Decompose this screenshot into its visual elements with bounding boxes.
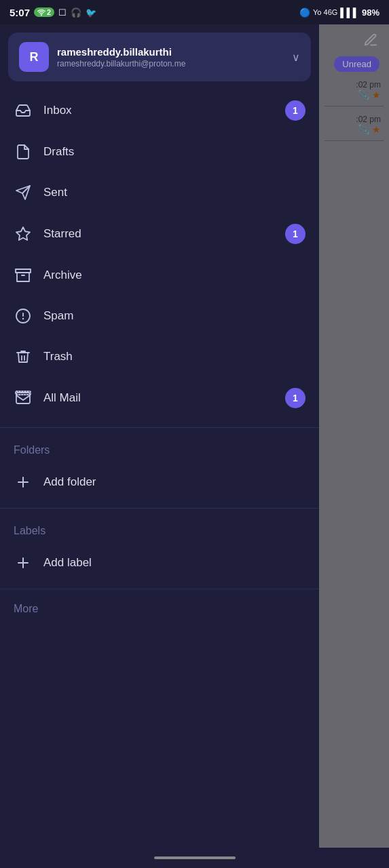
account-info: rameshreddy.billakurthi rameshreddy.bill… bbox=[57, 46, 284, 68]
sidebar-item-inbox[interactable]: Inbox 1 bbox=[0, 90, 319, 132]
drafts-icon bbox=[14, 142, 33, 161]
svg-marker-3 bbox=[16, 227, 30, 240]
inbox-label: Inbox bbox=[43, 104, 274, 117]
allmail-badge: 1 bbox=[285, 388, 305, 408]
right-panel: Unread :02 pm 📎 ★ :02 pm 📎 ★ bbox=[319, 24, 389, 868]
account-section[interactable]: R rameshreddy.billakurthi rameshreddy.bi… bbox=[8, 33, 311, 81]
allmail-icon bbox=[14, 389, 33, 408]
sidebar-item-trash[interactable]: Trash bbox=[0, 336, 319, 377]
chevron-down-icon[interactable]: ∨ bbox=[292, 51, 300, 64]
drafts-label: Drafts bbox=[43, 145, 305, 159]
folders-section-label: Folders bbox=[0, 433, 319, 462]
svg-rect-4 bbox=[16, 269, 31, 273]
starred-label: Starred bbox=[43, 227, 274, 241]
star-icon-1: ★ bbox=[372, 90, 381, 100]
account-email: rameshreddy.billakurthi@proton.me bbox=[57, 59, 284, 68]
sent-icon bbox=[14, 183, 33, 202]
compose-button[interactable] bbox=[363, 33, 378, 51]
attachment-icon-1: 📎 bbox=[358, 90, 369, 100]
email-row-1[interactable]: :02 pm 📎 ★ bbox=[325, 75, 384, 106]
add-folder-label: Add folder bbox=[43, 475, 305, 489]
email-icons-2: 📎 ★ bbox=[358, 124, 381, 135]
signal-icon: ▌▌▌ bbox=[340, 7, 359, 18]
email-icons-1: 📎 ★ bbox=[358, 90, 381, 100]
inbox-icon bbox=[14, 101, 33, 120]
trash-label: Trash bbox=[43, 350, 305, 363]
sidebar-item-drafts[interactable]: Drafts bbox=[0, 132, 319, 172]
svg-point-0 bbox=[41, 15, 42, 16]
account-name: rameshreddy.billakurthi bbox=[57, 46, 284, 58]
starred-icon bbox=[14, 224, 33, 243]
nav-list: Inbox 1 Drafts Sent bbox=[0, 87, 319, 422]
network-icon: Yo 46G bbox=[313, 8, 337, 16]
email-time-1: :02 pm bbox=[356, 80, 381, 90]
twitter-icon: 🐦 bbox=[86, 7, 96, 18]
battery-level: 98% bbox=[362, 7, 379, 18]
add-label-button[interactable]: Add label bbox=[0, 542, 319, 583]
inbox-badge: 1 bbox=[285, 100, 305, 121]
email-row-2[interactable]: :02 pm 📎 ★ bbox=[325, 109, 384, 141]
status-time: 5:07 bbox=[10, 7, 30, 18]
sidebar-item-archive[interactable]: Archive bbox=[0, 255, 319, 296]
right-panel-content: Unread :02 pm 📎 ★ :02 pm 📎 ★ bbox=[319, 24, 389, 146]
bluetooth-icon: 🔵 bbox=[299, 7, 310, 18]
wifi-badge: 2 bbox=[34, 7, 54, 17]
archive-icon bbox=[14, 266, 33, 285]
starred-badge: 1 bbox=[285, 224, 305, 244]
labels-divider bbox=[0, 508, 319, 509]
labels-section-label: Labels bbox=[0, 514, 319, 542]
add-label-icon bbox=[14, 553, 33, 572]
home-indicator bbox=[154, 856, 236, 859]
add-folder-icon bbox=[14, 473, 33, 492]
trash-icon bbox=[14, 347, 33, 366]
unread-filter[interactable]: Unread bbox=[334, 56, 379, 72]
sidebar-item-allmail[interactable]: All Mail 1 bbox=[0, 377, 319, 419]
spam-icon bbox=[14, 307, 33, 326]
sidebar: R rameshreddy.billakurthi rameshreddy.bi… bbox=[0, 24, 319, 868]
main-container: R rameshreddy.billakurthi rameshreddy.bi… bbox=[0, 24, 389, 868]
more-label: More bbox=[0, 595, 319, 626]
add-folder-button[interactable]: Add folder bbox=[0, 462, 319, 502]
allmail-label: All Mail bbox=[43, 391, 274, 405]
more-divider bbox=[0, 589, 319, 589]
star-icon-2: ★ bbox=[372, 124, 381, 135]
status-right: 🔵 Yo 46G ▌▌▌ 98% bbox=[299, 7, 379, 18]
sent-label: Sent bbox=[43, 186, 305, 199]
archive-label: Archive bbox=[43, 269, 305, 282]
bottom-bar bbox=[0, 848, 389, 868]
phone-icon: ☐ bbox=[58, 7, 67, 18]
sidebar-item-spam[interactable]: Spam bbox=[0, 296, 319, 336]
sidebar-item-starred[interactable]: Starred 1 bbox=[0, 213, 319, 255]
attachment-icon-2: 📎 bbox=[358, 124, 369, 135]
status-left: 5:07 2 ☐ 🎧 🐦 bbox=[10, 7, 96, 18]
sidebar-item-sent[interactable]: Sent bbox=[0, 172, 319, 213]
add-label-label: Add label bbox=[43, 556, 305, 570]
folders-divider bbox=[0, 427, 319, 428]
status-bar: 5:07 2 ☐ 🎧 🐦 🔵 Yo 46G ▌▌▌ 98% bbox=[0, 0, 389, 24]
email-time-2: :02 pm bbox=[356, 115, 381, 124]
headphone-icon: 🎧 bbox=[71, 7, 81, 18]
avatar: R bbox=[19, 42, 49, 72]
spam-label: Spam bbox=[43, 309, 305, 323]
